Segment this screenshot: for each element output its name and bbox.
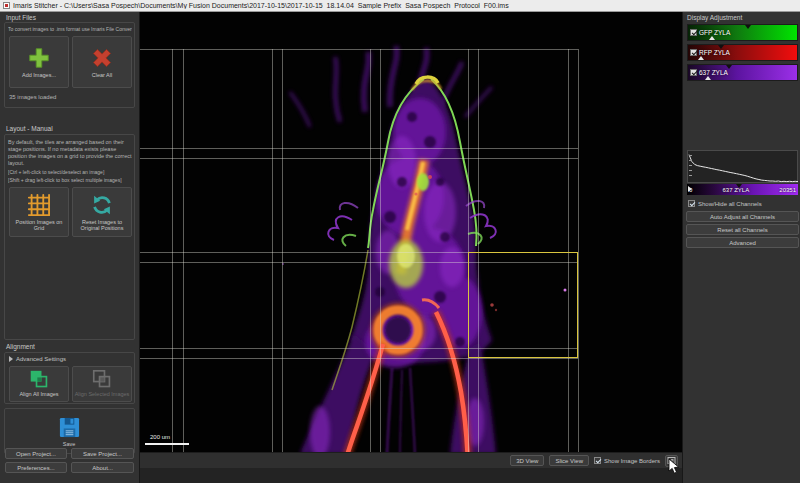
checkbox-icon xyxy=(594,457,601,464)
selected-tile-outline[interactable] xyxy=(468,252,578,358)
save-project-button[interactable]: Save Project... xyxy=(71,448,134,459)
advanced-settings-expander[interactable]: Advanced Settings xyxy=(9,356,66,362)
show-hide-all-channels-checkbox[interactable]: Show/Hide all Channels xyxy=(688,200,762,207)
clear-x-icon xyxy=(90,46,114,70)
align-selected-label: Align Selected Images xyxy=(75,391,130,398)
gfp-max-handle[interactable] xyxy=(745,25,751,29)
637-checkbox[interactable] xyxy=(690,69,697,76)
display-adjustment-panel: Display Adjustment GFP ZYLA RFP ZYLA 637… xyxy=(682,12,800,483)
intensity-histogram[interactable] xyxy=(687,150,798,183)
alignment-section-label: Alignment xyxy=(6,343,35,350)
align-all-images-button[interactable]: Align All Images xyxy=(9,366,69,402)
rfp-min-handle[interactable] xyxy=(698,56,704,60)
imaris-stitcher-window: Imaris Stitcher - C:\Users\Sasa Pospech\… xyxy=(0,0,800,483)
viewer-toolbar: 3D View Slice View Show Image Borders xyxy=(140,452,682,468)
channel-gfp[interactable]: GFP ZYLA xyxy=(687,24,798,41)
range-mid-marker[interactable] xyxy=(736,184,742,188)
gfp-checkbox[interactable] xyxy=(690,29,697,36)
align-all-label: Align All Images xyxy=(19,391,58,398)
clear-all-label: Clear All xyxy=(92,72,112,79)
add-images-label: Add Images... xyxy=(22,72,56,79)
scale-bar-label: 200 um xyxy=(150,434,170,440)
gfp-label: GFP ZYLA xyxy=(699,29,730,36)
3d-view-label: 3D View xyxy=(516,458,538,464)
auto-adjust-button[interactable]: Auto Adjust all Channels xyxy=(686,211,799,222)
channel-637[interactable]: 637 ZYLA xyxy=(687,64,798,81)
reset-images-button[interactable]: Reset Images to Original Positions xyxy=(72,187,132,237)
layout-groupbox: By default, the tiles are arranged based… xyxy=(4,134,135,340)
align-selected-images-button[interactable]: Align Selected Images xyxy=(72,366,132,402)
about-button[interactable]: About... xyxy=(71,462,134,473)
input-files-section-label: Input Files xyxy=(6,14,36,21)
add-images-button[interactable]: Add Images... xyxy=(9,36,69,88)
637-label: 637 ZYLA xyxy=(699,69,728,76)
left-panel: Input Files To convert images to .ims fo… xyxy=(0,12,140,483)
save-floppy-icon xyxy=(58,416,81,439)
position-images-on-grid-button[interactable]: Position Images on Grid xyxy=(9,187,69,237)
preferences-button[interactable]: Preferences... xyxy=(5,462,67,473)
converter-hint: To convert images to .ims format use Ima… xyxy=(8,26,132,32)
scale-bar xyxy=(145,443,189,445)
show-hide-all-channels-label: Show/Hide all Channels xyxy=(698,201,762,207)
reset-all-channels-button[interactable]: Reset all Channels xyxy=(686,224,799,235)
layout-hint-shift: [Shift + drag left-click to box select m… xyxy=(8,177,132,183)
slice-view-button[interactable]: Slice View xyxy=(549,455,589,466)
histogram-curve xyxy=(688,151,799,184)
images-loaded-status: 35 images loaded xyxy=(9,94,56,100)
about-label: About... xyxy=(92,465,113,471)
range-max-value: 20351 xyxy=(779,187,796,193)
grid-icon xyxy=(27,193,51,217)
display-adjustment-label: Display Adjustment xyxy=(687,14,742,21)
image-viewer: 200 um 3D View Slice View Show Image Bor… xyxy=(140,12,682,483)
viewer-canvas[interactable]: 200 um xyxy=(140,12,682,452)
histogram-range-bar[interactable]: 0 637 ZYLA 20351 xyxy=(687,184,798,195)
637-max-handle[interactable] xyxy=(726,65,732,69)
window-title: Imaris Stitcher - C:\Users\Sasa Pospech\… xyxy=(13,2,509,9)
layout-description: By default, the tiles are arranged based… xyxy=(8,139,132,167)
save-button[interactable]: Save xyxy=(39,413,99,450)
align-all-icon xyxy=(28,370,50,389)
save-project-label: Save Project... xyxy=(83,451,122,457)
align-selected-icon xyxy=(91,370,113,389)
preferences-label: Preferences... xyxy=(17,465,54,471)
fit-screen-icon xyxy=(667,456,676,465)
alignment-groupbox: Advanced Settings Align All Images Align… xyxy=(4,352,135,404)
rfp-max-handle[interactable] xyxy=(718,45,724,49)
layout-hint-ctrl: [Ctrl + left-click to select/deselect an… xyxy=(8,169,132,175)
app-icon xyxy=(3,2,10,9)
checkbox-icon xyxy=(688,200,695,207)
viewer-bottom-strip xyxy=(140,468,682,483)
expander-arrow-icon xyxy=(9,356,13,362)
637-min-handle[interactable] xyxy=(705,76,711,80)
advanced-label: Advanced xyxy=(729,240,756,246)
slice-view-label: Slice View xyxy=(555,458,583,464)
rfp-label: RFP ZYLA xyxy=(699,49,730,56)
plus-icon xyxy=(27,46,51,70)
input-files-groupbox: To convert images to .ims format use Ima… xyxy=(4,22,135,108)
advanced-button[interactable]: Advanced xyxy=(686,237,799,248)
position-images-label: Position Images on Grid xyxy=(10,219,68,232)
channel-rfp[interactable]: RFP ZYLA xyxy=(687,44,798,61)
rfp-checkbox[interactable] xyxy=(690,49,697,56)
save-label: Save xyxy=(63,441,76,448)
open-project-label: Open Project... xyxy=(16,451,56,457)
advanced-settings-label: Advanced Settings xyxy=(16,356,66,362)
reset-arrows-icon xyxy=(90,193,114,217)
clear-all-button[interactable]: Clear All xyxy=(72,36,132,88)
fit-view-button[interactable] xyxy=(665,455,678,467)
range-min-marker[interactable] xyxy=(688,186,692,192)
layout-section-label: Layout - Manual xyxy=(6,125,53,132)
show-image-borders-checkbox[interactable]: Show Image Borders xyxy=(594,457,660,464)
3d-view-button[interactable]: 3D View xyxy=(510,455,544,466)
reset-all-channels-label: Reset all Channels xyxy=(717,227,767,233)
open-project-button[interactable]: Open Project... xyxy=(5,448,67,459)
tile-border-grid xyxy=(140,12,682,452)
show-image-borders-label: Show Image Borders xyxy=(604,458,660,464)
gfp-min-handle[interactable] xyxy=(709,36,715,40)
titlebar: Imaris Stitcher - C:\Users\Sasa Pospech\… xyxy=(0,0,800,12)
auto-adjust-label: Auto Adjust all Channels xyxy=(710,214,775,220)
reset-images-label: Reset Images to Original Positions xyxy=(73,219,131,232)
